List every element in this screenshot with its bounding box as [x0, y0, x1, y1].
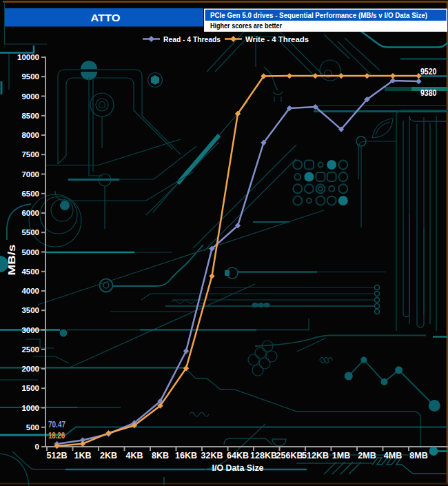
svg-text:128KB: 128KB — [250, 451, 277, 460]
svg-text:16KB: 16KB — [175, 451, 197, 460]
svg-text:Higher scores are better: Higher scores are better — [210, 21, 283, 30]
svg-text:8500: 8500 — [21, 112, 39, 120]
svg-text:8MB: 8MB — [409, 451, 427, 460]
svg-text:4500: 4500 — [21, 267, 39, 276]
svg-text:2500: 2500 — [21, 345, 39, 354]
svg-text:8KB: 8KB — [152, 451, 169, 460]
svg-text:Write - 4 Threads: Write - 4 Threads — [245, 35, 309, 43]
svg-text:18.26: 18.26 — [48, 431, 65, 441]
svg-text:512KB: 512KB — [302, 451, 329, 460]
svg-text:500: 500 — [26, 423, 39, 432]
svg-text:I/O Data Size: I/O Data Size — [212, 463, 264, 473]
svg-text:2KB: 2KB — [100, 451, 117, 460]
svg-text:3000: 3000 — [21, 326, 39, 334]
svg-text:70.47: 70.47 — [48, 420, 65, 429]
svg-text:256KB: 256KB — [276, 451, 303, 460]
svg-text:1KB: 1KB — [74, 451, 91, 460]
svg-text:5500: 5500 — [21, 228, 39, 236]
svg-text:4KB: 4KB — [125, 451, 143, 460]
svg-text:4000: 4000 — [21, 287, 39, 295]
svg-text:9520: 9520 — [420, 66, 437, 77]
svg-text:4MB: 4MB — [384, 451, 402, 460]
svg-text:MB/s: MB/s — [6, 245, 17, 276]
svg-text:64KB: 64KB — [227, 451, 249, 460]
svg-text:2000: 2000 — [21, 365, 39, 373]
svg-text:9380: 9380 — [420, 88, 437, 98]
svg-text:6000: 6000 — [21, 209, 39, 217]
svg-text:2MB: 2MB — [358, 451, 376, 460]
svg-text:9000: 9000 — [21, 92, 39, 101]
svg-text:10000: 10000 — [17, 53, 39, 61]
svg-text:1500: 1500 — [21, 384, 39, 392]
svg-text:8000: 8000 — [21, 131, 39, 139]
svg-text:1000: 1000 — [21, 404, 39, 412]
svg-text:1MB: 1MB — [332, 451, 350, 460]
svg-text:ATTO: ATTO — [91, 12, 121, 23]
svg-text:7000: 7000 — [21, 170, 39, 179]
svg-text:32KB: 32KB — [201, 451, 223, 460]
svg-text:512B: 512B — [47, 451, 68, 460]
svg-text:0: 0 — [35, 443, 39, 451]
svg-text:3500: 3500 — [21, 306, 39, 314]
svg-text:7500: 7500 — [21, 150, 39, 159]
svg-text:6500: 6500 — [21, 190, 39, 198]
svg-text:9500: 9500 — [21, 72, 39, 81]
svg-text:Read - 4 Threads: Read - 4 Threads — [163, 35, 221, 43]
svg-text:PCIe Gen 5.0 drives - Sequenti: PCIe Gen 5.0 drives - Sequential Perform… — [210, 11, 427, 19]
svg-text:5000: 5000 — [21, 248, 39, 256]
